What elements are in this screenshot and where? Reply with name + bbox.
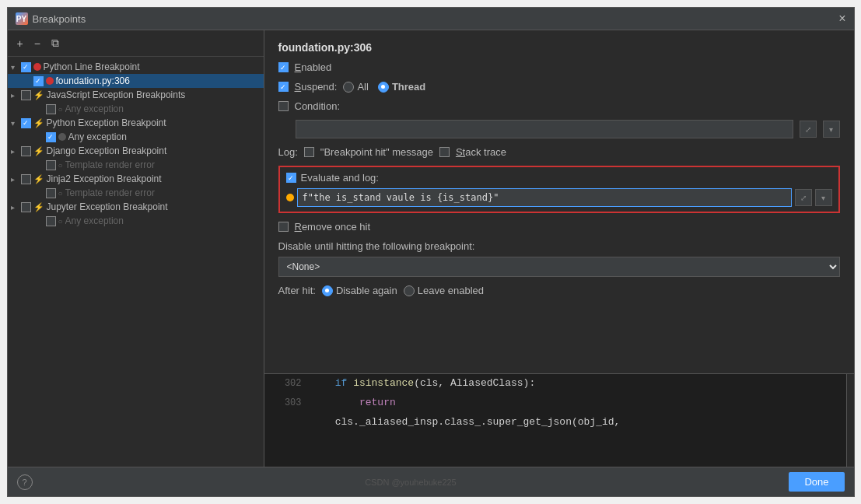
line-number: 303 <box>271 396 302 411</box>
watermark-text: CSDN @youhebuke225 <box>365 478 457 487</box>
radio-leave-enabled-label: Leave enabled <box>418 285 484 296</box>
bottom-bar: ? CSDN @youhebuke225 Done <box>8 467 854 496</box>
after-hit-row: After hit: Disable again Leave enabled <box>278 285 840 296</box>
dropdown-evaluate-button[interactable]: ▾ <box>815 189 832 206</box>
tree-item-label: JavaScript Exception Breakpoints <box>47 89 261 100</box>
lightning-icon: ⚡ <box>33 90 44 100</box>
checkbox-jinja2-exception-group[interactable] <box>21 174 31 184</box>
dialog-title: Breakpoints <box>33 13 86 25</box>
checkbox-enabled[interactable] <box>278 62 289 72</box>
chevron-right-icon: ▸ <box>11 147 19 156</box>
chevron-right-icon: ▸ <box>11 203 19 212</box>
checkbox-foundation-bp[interactable] <box>33 76 44 86</box>
checkbox-django-exception-group[interactable] <box>21 146 31 156</box>
tree-item-jupyter-exception-group[interactable]: ▸ ⚡ Jupyter Exception Breakpoint <box>8 200 264 214</box>
tree-item-label: Any exception <box>65 103 261 114</box>
evaluate-section: Evaluate and log: ⤢ ▾ <box>278 166 840 213</box>
suspend-radio-group: All Thread <box>343 81 425 93</box>
dropdown-condition-button[interactable]: ▾ <box>823 121 840 138</box>
checkbox-log-message[interactable] <box>304 147 314 157</box>
tree-item-label: Jupyter Exception Breakpoint <box>47 201 261 212</box>
expand-evaluate-button[interactable]: ⤢ <box>795 189 812 206</box>
chevron-right-icon: ▸ <box>11 91 19 100</box>
tree-item-label: Python Exception Breakpoint <box>47 117 261 128</box>
chevron-right-icon: ▸ <box>11 175 19 184</box>
disable-until-dropdown[interactable]: <None> <box>278 257 840 277</box>
tree-item-label: foundation.py:306 <box>56 75 261 86</box>
radio-leave-enabled[interactable]: Leave enabled <box>404 285 484 296</box>
add-button[interactable]: + <box>14 36 26 51</box>
left-panel: + − ⧉ ▾ Python Line Breakpoint foundati <box>8 30 264 467</box>
checkbox-js-any-exception[interactable] <box>46 104 56 114</box>
checkbox-stack-trace[interactable] <box>439 147 450 157</box>
checkbox-suspend[interactable] <box>278 82 289 92</box>
dot-dark-icon <box>58 133 66 141</box>
tree-item-js-exception-group[interactable]: ▸ ⚡ JavaScript Exception Breakpoints <box>8 88 264 102</box>
checkbox-js-exception-group[interactable] <box>21 90 31 100</box>
chevron-down-icon: ▾ <box>11 63 19 72</box>
app-icon: PY <box>16 12 28 25</box>
disable-until-dropdown-row: <None> <box>278 257 840 277</box>
evaluate-label: Evaluate and log: <box>301 172 379 184</box>
content-area: + − ⧉ ▾ Python Line Breakpoint foundati <box>8 30 854 467</box>
code-content: cls._aliased_insp.class_.super_get_json(… <box>311 415 621 431</box>
tree-item-django-template-error[interactable]: ○ Template render error <box>8 158 264 172</box>
tree-item-django-exception-group[interactable]: ▸ ⚡ Django Exception Breakpoint <box>8 144 264 158</box>
checkbox-jupyter-exception-group[interactable] <box>21 202 31 212</box>
code-content: return <box>311 395 396 411</box>
disable-until-row: Disable until hitting the following brea… <box>278 240 840 277</box>
checkbox-condition[interactable] <box>278 101 289 111</box>
close-button[interactable]: × <box>838 12 845 25</box>
left-toolbar: + − ⧉ <box>8 30 264 57</box>
checkbox-evaluate[interactable] <box>286 173 296 183</box>
radio-thread[interactable]: Thread <box>378 81 425 93</box>
condition-row: Condition: <box>278 100 840 112</box>
checkbox-python-any-exception[interactable] <box>46 132 56 142</box>
radio-leave-enabled-circle <box>404 285 415 296</box>
tree-item-label: Python Line Breakpoint <box>44 61 261 72</box>
line-number: 302 <box>271 376 302 391</box>
scrollbar[interactable] <box>846 374 854 467</box>
breakpoints-tree: ▾ Python Line Breakpoint foundation.py:3… <box>8 57 264 467</box>
tree-item-python-line-group[interactable]: ▾ Python Line Breakpoint <box>8 60 264 74</box>
tree-item-python-any-exception[interactable]: Any exception <box>8 130 264 144</box>
tree-item-label: Any exception <box>68 131 261 142</box>
evaluate-input[interactable] <box>297 188 792 207</box>
tree-item-foundation-bp[interactable]: foundation.py:306 <box>8 74 264 88</box>
checkbox-jupyter-any-exception[interactable] <box>46 216 56 226</box>
expand-condition-button[interactable]: ⤢ <box>800 121 817 138</box>
condition-input-row: ⤢ ▾ <box>278 120 840 138</box>
radio-all[interactable]: All <box>343 81 368 93</box>
code-line-303: 303 return <box>264 394 854 413</box>
title-bar-left: PY Breakpoints <box>16 12 86 25</box>
checkbox-jinja2-template-error[interactable] <box>46 188 56 198</box>
lightning-icon: ⚡ <box>33 202 44 212</box>
chevron-down-icon: ▾ <box>11 119 19 128</box>
remove-once-row: Remove once hit <box>278 221 840 233</box>
checkbox-django-template-error[interactable] <box>46 160 56 170</box>
condition-input[interactable] <box>296 120 793 138</box>
remove-button[interactable]: − <box>31 36 44 51</box>
tree-item-jinja2-template-error[interactable]: ○ Template render error <box>8 186 264 200</box>
checkbox-remove-once[interactable] <box>278 222 289 232</box>
code-content: if isinstance(cls, AliasedClass): <box>311 376 536 392</box>
tree-item-jinja2-exception-group[interactable]: ▸ ⚡ Jinja2 Exception Breakpoint <box>8 172 264 186</box>
remove-once-label: Remove once hit <box>295 221 371 233</box>
checkbox-python-line-group[interactable] <box>21 62 31 72</box>
enabled-label: Enabled <box>295 61 332 73</box>
radio-disable-again[interactable]: Disable again <box>322 285 397 296</box>
tree-item-python-exception-group[interactable]: ▾ ⚡ Python Exception Breakpoint <box>8 116 264 130</box>
tree-item-label: Any exception <box>65 215 261 226</box>
breakpoint-title: foundation.py:306 <box>278 41 840 54</box>
done-button[interactable]: Done <box>789 472 844 492</box>
evaluate-input-row: ⤢ ▾ <box>286 188 832 207</box>
radio-disable-again-label: Disable again <box>336 285 397 296</box>
help-button[interactable]: ? <box>17 474 33 490</box>
radio-all-circle <box>343 82 354 93</box>
tree-item-label: Jinja2 Exception Breakpoint <box>47 173 261 184</box>
copy-button[interactable]: ⧉ <box>48 35 62 51</box>
checkbox-python-exception-group[interactable] <box>21 118 31 128</box>
tree-item-label: Template render error <box>65 159 261 170</box>
tree-item-js-any-exception[interactable]: ○ Any exception <box>8 102 264 116</box>
tree-item-jupyter-any-exception[interactable]: ○ Any exception <box>8 214 264 228</box>
